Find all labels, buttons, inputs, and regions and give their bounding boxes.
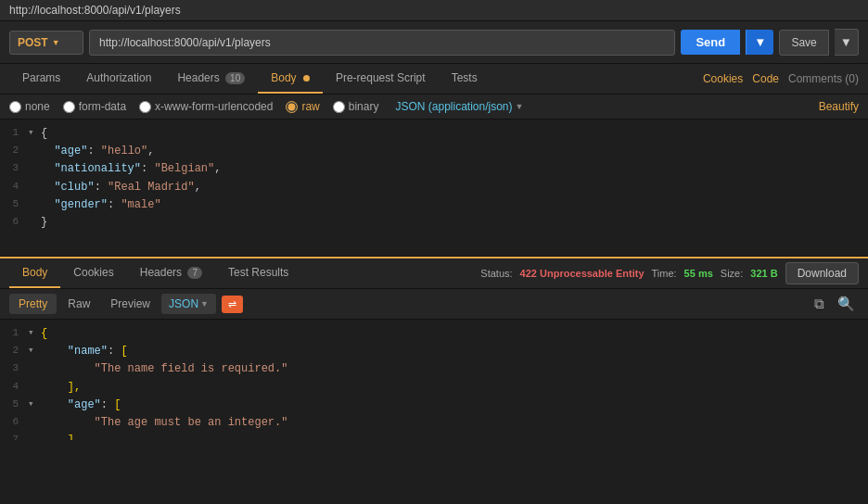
line-content: {: [41, 125, 47, 143]
response-tabs: Body Cookies Headers 7 Test Results Stat…: [0, 257, 868, 289]
radio-form-data-input[interactable]: [63, 101, 75, 113]
response-format-bar: Pretty Raw Preview JSON ▼ ⇌ ⧉ 🔍: [0, 289, 868, 320]
fmt-tab-pretty[interactable]: Pretty: [9, 294, 57, 314]
send-dropdown-button[interactable]: ▼: [746, 30, 773, 55]
radio-binary-input[interactable]: [333, 101, 345, 113]
resp-headers-badge: 7: [187, 267, 202, 279]
resp-tab-cookies[interactable]: Cookies: [60, 258, 126, 288]
radio-urlencoded[interactable]: x-www-form-urlencoded: [139, 100, 273, 113]
radio-form-data[interactable]: form-data: [63, 100, 126, 113]
line-content: "gender": "male": [41, 196, 161, 214]
fmt-tab-preview[interactable]: Preview: [101, 294, 160, 314]
json-format-selector[interactable]: JSON ▼: [161, 294, 216, 314]
time-value: 55 ms: [684, 268, 713, 279]
response-code-line: 7 ]: [0, 432, 868, 440]
wrap-button[interactable]: ⇌: [222, 296, 243, 313]
status-value: 422 Unprocessable Entity: [520, 268, 645, 279]
save-button[interactable]: Save: [779, 30, 828, 56]
format-right-actions: ⧉ 🔍: [811, 294, 859, 314]
json-type-selector[interactable]: JSON (application/json) ▼: [395, 100, 523, 113]
send-chevron-icon: ▼: [754, 35, 766, 49]
search-icon: 🔍: [837, 296, 855, 311]
size-label: Size:: [721, 268, 743, 279]
save-chevron-icon: ▼: [840, 35, 852, 49]
tab-tests[interactable]: Tests: [439, 64, 491, 94]
url-input[interactable]: [89, 30, 675, 56]
line-number: 2: [0, 143, 28, 159]
line-content: "club": "Real Madrid",: [41, 179, 201, 196]
response-code-line: 5▾ "age": [: [0, 397, 868, 414]
code-link[interactable]: Code: [752, 72, 779, 85]
line-content: ]: [41, 432, 74, 440]
headers-badge: 10: [225, 72, 245, 84]
line-content: "age": "hello",: [41, 143, 154, 160]
tab-headers[interactable]: Headers 10: [164, 64, 258, 94]
url-bar: POST ▼ Send ▼ Save ▼: [0, 21, 868, 64]
request-code-line: 4 "club": "Real Madrid",: [0, 179, 868, 196]
radio-binary[interactable]: binary: [333, 100, 379, 113]
line-number: 3: [0, 360, 28, 377]
line-number: 4: [0, 179, 28, 195]
line-content: "age": [: [41, 397, 121, 414]
line-content: ],: [41, 379, 81, 397]
line-content: }: [41, 214, 47, 232]
response-body-viewer: 1▾{2▾ "name": [3 "The name field is requ…: [0, 320, 868, 440]
resp-tab-body[interactable]: Body: [9, 258, 60, 288]
line-arrow: ▾: [28, 325, 41, 342]
response-meta: Status: 422 Unprocessable Entity Time: 5…: [480, 262, 859, 284]
time-label: Time:: [652, 268, 677, 279]
beautify-button[interactable]: Beautify: [819, 100, 859, 113]
line-content: {: [41, 325, 47, 343]
cookies-link[interactable]: Cookies: [703, 72, 743, 85]
radio-none-input[interactable]: [9, 101, 21, 113]
line-content: "The name field is required.": [41, 360, 287, 378]
response-code-line: 6 "The age must be an integer.": [0, 414, 868, 432]
radio-urlencoded-label: x-www-form-urlencoded: [155, 100, 273, 113]
resp-tab-test-results[interactable]: Test Results: [215, 258, 301, 288]
radio-none[interactable]: none: [9, 100, 50, 113]
line-number: 7: [0, 432, 28, 440]
line-content: "name": [: [41, 343, 128, 360]
download-button[interactable]: Download: [785, 262, 859, 284]
method-chevron-icon: ▼: [52, 38, 75, 47]
send-button[interactable]: Send: [681, 30, 740, 55]
radio-none-label: none: [25, 100, 50, 113]
line-number: 2: [0, 343, 28, 359]
copy-icon: ⧉: [814, 296, 824, 311]
resp-tab-headers[interactable]: Headers 7: [127, 258, 215, 288]
radio-raw-input[interactable]: [286, 101, 298, 113]
method-selector[interactable]: POST ▼: [9, 31, 83, 55]
line-number: 3: [0, 160, 28, 177]
search-button[interactable]: 🔍: [834, 294, 859, 314]
request-code-line: 2 "age": "hello",: [0, 143, 868, 160]
request-body-editor[interactable]: 1▾{2 "age": "hello",3 "nationality": "Be…: [0, 120, 868, 257]
line-arrow: ▾: [28, 125, 41, 142]
response-code-line: 2▾ "name": [: [0, 343, 868, 360]
json-format-label: JSON: [169, 297, 198, 310]
json-type-chevron-icon: ▼: [516, 102, 524, 111]
line-arrow: ▾: [28, 343, 41, 359]
line-number: 6: [0, 214, 28, 231]
tab-body[interactable]: Body: [258, 64, 323, 94]
tab-prerequest[interactable]: Pre-request Script: [323, 64, 439, 94]
size-value: 321 B: [750, 268, 777, 279]
line-number: 1: [0, 325, 28, 342]
radio-raw[interactable]: raw: [286, 100, 319, 113]
radio-form-data-label: form-data: [79, 100, 126, 113]
title-bar: http://localhost:8000/api/v1/players: [0, 0, 868, 21]
method-label: POST: [18, 36, 48, 49]
fmt-tab-raw[interactable]: Raw: [58, 294, 99, 314]
tab-authorization[interactable]: Authorization: [73, 64, 164, 94]
radio-urlencoded-input[interactable]: [139, 101, 151, 113]
line-number: 5: [0, 196, 28, 213]
comments-link[interactable]: Comments (0): [788, 72, 859, 85]
request-code-line: 6 }: [0, 214, 868, 232]
radio-binary-label: binary: [349, 100, 379, 113]
copy-button[interactable]: ⧉: [811, 294, 828, 314]
save-dropdown-button[interactable]: ▼: [835, 29, 859, 56]
tab-params[interactable]: Params: [9, 64, 73, 94]
request-code-line: 5 "gender": "male": [0, 196, 868, 214]
request-code-line: 3 "nationality": "Belgian",: [0, 160, 868, 178]
body-dot-indicator: [303, 75, 310, 82]
line-number: 5: [0, 397, 28, 413]
